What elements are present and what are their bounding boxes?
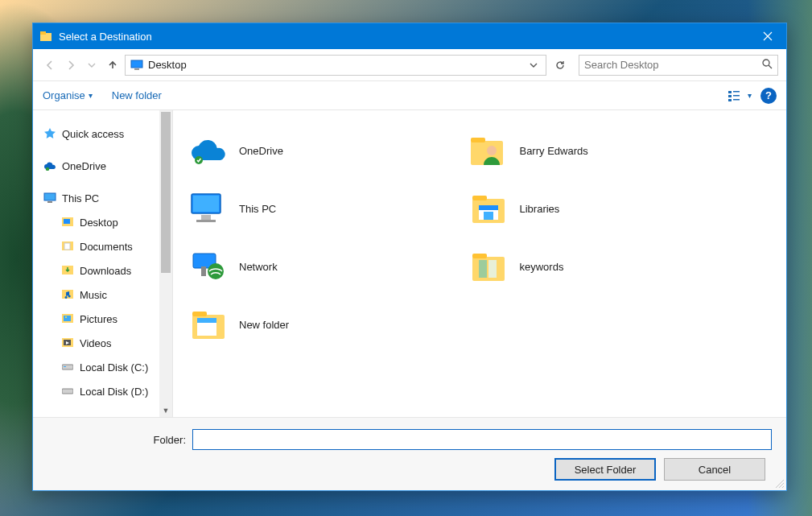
breadcrumb-box[interactable]: Desktop: [125, 55, 546, 76]
nav-onedrive[interactable]: OneDrive: [33, 154, 172, 178]
svg-rect-6: [733, 91, 740, 93]
recent-dropdown[interactable]: [83, 56, 101, 74]
nav-documents[interactable]: Documents: [33, 234, 172, 258]
search-box[interactable]: [579, 55, 778, 76]
svg-rect-33: [193, 196, 219, 212]
select-folder-button[interactable]: Select Folder: [554, 458, 656, 481]
folder-label: Folder:: [47, 434, 192, 446]
pc-icon: [188, 188, 229, 229]
drive-icon: [60, 363, 75, 371]
svg-rect-21: [64, 316, 71, 321]
nav-desktop[interactable]: Desktop: [33, 210, 172, 234]
address-bar: Desktop: [33, 49, 786, 81]
navigation-tree: Quick access OneDrive This PC Desktop Do…: [33, 110, 172, 417]
item-new-folder[interactable]: New folder: [188, 295, 468, 353]
item-libraries[interactable]: Libraries: [468, 180, 748, 237]
svg-rect-5: [728, 91, 732, 93]
up-button[interactable]: [104, 56, 122, 74]
nav-music[interactable]: Music: [33, 283, 172, 307]
search-input[interactable]: [584, 59, 762, 71]
svg-point-11: [46, 167, 49, 171]
help-button[interactable]: ?: [760, 88, 777, 104]
svg-rect-2: [131, 60, 142, 68]
network-icon: [188, 246, 229, 287]
forward-button[interactable]: [62, 56, 80, 74]
svg-rect-47: [488, 260, 497, 278]
desktop-icon: [130, 60, 143, 71]
pictures-icon: [60, 314, 75, 324]
item-keywords[interactable]: keywords: [468, 237, 748, 295]
sidebar-scrollbar[interactable]: ▲ ▼: [159, 110, 172, 417]
svg-rect-51: [197, 318, 216, 323]
item-this-pc[interactable]: This PC: [188, 180, 468, 237]
footer: Folder: Select Folder Cancel: [33, 417, 786, 490]
svg-rect-17: [64, 243, 70, 250]
breadcrumb-item[interactable]: Desktop: [148, 59, 526, 71]
music-icon: [60, 290, 75, 299]
svg-rect-15: [64, 219, 70, 224]
nav-pictures[interactable]: Pictures: [33, 307, 172, 331]
svg-rect-46: [479, 260, 487, 278]
svg-rect-9: [728, 99, 732, 101]
svg-rect-30: [471, 138, 485, 142]
search-icon[interactable]: [762, 59, 773, 72]
item-network[interactable]: Network: [188, 237, 468, 295]
svg-rect-37: [472, 196, 487, 200]
folder-input[interactable]: [192, 429, 772, 450]
svg-rect-8: [733, 95, 740, 97]
drive-icon: [60, 387, 75, 395]
user-folder-icon: [468, 130, 509, 171]
item-view: OneDrive Barry Edwards This PC Libraries: [173, 110, 786, 417]
folder-app-icon: [39, 30, 52, 43]
svg-rect-49: [192, 312, 207, 316]
refresh-button[interactable]: [550, 55, 571, 76]
svg-rect-35: [196, 220, 216, 222]
svg-rect-7: [728, 95, 732, 97]
libraries-icon: [468, 188, 509, 229]
back-button[interactable]: [41, 56, 59, 74]
organise-button[interactable]: Organise▾: [43, 89, 93, 101]
scroll-down-icon[interactable]: ▼: [159, 404, 172, 417]
documents-icon: [60, 241, 75, 251]
cloud-icon: [188, 130, 229, 171]
svg-point-4: [763, 60, 769, 66]
svg-rect-13: [47, 201, 52, 203]
window-title: Select a Destination: [59, 31, 749, 43]
svg-rect-1: [40, 31, 46, 35]
svg-rect-27: [62, 389, 73, 394]
svg-rect-10: [733, 99, 740, 101]
close-button[interactable]: [749, 23, 786, 49]
desktop-icon: [60, 217, 75, 227]
breadcrumb-dropdown[interactable]: [526, 61, 541, 69]
resize-grip-icon[interactable]: [775, 479, 785, 489]
nav-this-pc[interactable]: This PC: [33, 186, 172, 210]
nav-downloads[interactable]: Downloads: [33, 258, 172, 283]
svg-rect-40: [484, 212, 493, 220]
dialog-window: Select a Destination Desktop Organise▾ N…: [32, 23, 787, 491]
nav-local-c[interactable]: Local Disk (C:): [33, 355, 172, 379]
titlebar: Select a Destination: [33, 23, 786, 49]
svg-rect-34: [201, 215, 211, 220]
nav-videos[interactable]: Videos: [33, 331, 172, 355]
pc-icon: [43, 192, 57, 204]
cloud-icon: [43, 161, 57, 171]
videos-icon: [60, 338, 75, 348]
item-user-folder[interactable]: Barry Edwards: [468, 122, 748, 180]
star-icon: [43, 127, 57, 140]
scroll-thumb[interactable]: [161, 112, 171, 273]
cancel-button[interactable]: Cancel: [664, 458, 765, 481]
toolbar: Organise▾ New folder ▾ ?: [33, 81, 786, 110]
item-onedrive[interactable]: OneDrive: [188, 122, 468, 180]
svg-rect-43: [201, 266, 206, 276]
folder-icon: [188, 303, 229, 345]
svg-point-22: [65, 316, 67, 318]
newfolder-button[interactable]: New folder: [112, 89, 162, 101]
nav-local-d[interactable]: Local Disk (D:): [33, 379, 172, 403]
folder-icon: [468, 246, 509, 287]
nav-quick-access[interactable]: Quick access: [33, 122, 172, 146]
svg-rect-12: [44, 193, 56, 200]
svg-rect-3: [134, 68, 139, 70]
view-options-button[interactable]: ▾: [727, 86, 752, 105]
svg-point-31: [487, 146, 497, 155]
svg-rect-39: [479, 205, 498, 210]
